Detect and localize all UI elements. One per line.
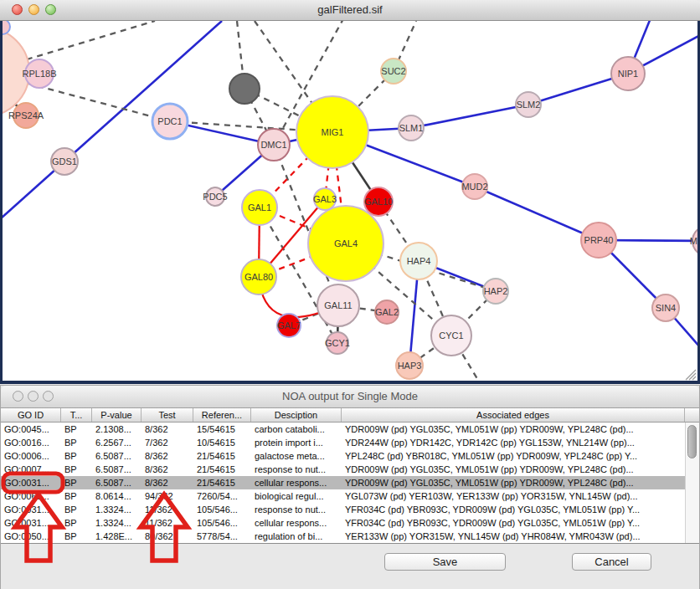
table-cell: 11/362: [142, 503, 193, 516]
table-cell: BP: [61, 503, 92, 516]
table-cell: YPL248C (pd) YBR018C, YML051W (pp) YDR00…: [342, 449, 685, 463]
node-label: SLM2: [517, 100, 541, 110]
table-cell: regulation of bi...: [251, 530, 342, 543]
results-table: GO IDT...P-valueTestReferen...Desciption…: [1, 408, 699, 544]
table-cell: YGL073W (pd) YER103W, YER133W (pp) YOR31…: [342, 489, 685, 503]
table-row[interactable]: GO:0065...BP8.0614...94/3627260/54...bio…: [1, 489, 685, 503]
table-cell: 80/362: [142, 530, 193, 543]
network-canvas[interactable]: RPL18BRPS24AGDS1PDC1MIG1DMC1SLM1SLM2NIP1…: [0, 21, 700, 384]
table-cell: 105/546...: [193, 503, 251, 516]
table-row[interactable]: GO:0031...BP1.3324...11/362105/546...res…: [1, 503, 685, 516]
table-cell: BP: [61, 423, 92, 436]
table-row[interactable]: GO:0031...BP1.3324...11/362105/546...cel…: [1, 516, 685, 530]
node-label: SIN4: [656, 303, 676, 313]
resize-grip[interactable]: [683, 367, 697, 381]
table-cell: 21/54615: [193, 463, 251, 476]
network-window: galFiltered.sif RPL18BRPS24AGDS1PDC1MIG1…: [0, 0, 700, 384]
table-cell: BP: [61, 530, 92, 543]
vertical-scrollbar[interactable]: [685, 423, 699, 543]
table-row[interactable]: GO:0050...BP1.428E...80/3625778/54...reg…: [1, 530, 685, 543]
table-cell: YDR009W (pd) YGL035C, YML051W (pp) YDR00…: [342, 423, 685, 436]
table-cell: 6.5087...: [92, 476, 142, 489]
node-gray1[interactable]: [229, 74, 260, 104]
graph-edge: [475, 187, 599, 240]
noa-window-title: NOA output for Single Mode: [1, 390, 699, 402]
table-cell: GO:0016...: [1, 436, 61, 449]
network-titlebar: galFiltered.sif: [0, 0, 700, 21]
node-label: DMC1: [260, 140, 286, 150]
table-cell: protein import i...: [251, 436, 342, 449]
column-header-associated-edges[interactable]: Associated edges: [342, 408, 685, 422]
column-header-test[interactable]: Test: [142, 408, 193, 422]
node-cornerTL[interactable]: [0, 21, 10, 34]
column-header-referen-[interactable]: Referen...: [193, 408, 251, 422]
table-cell: response to nut...: [251, 503, 342, 516]
graph-edge: [64, 21, 222, 161]
table-cell: 7260/54...: [193, 489, 251, 503]
table-cell: 8/362: [142, 463, 193, 476]
table-cell: response to nut...: [251, 463, 342, 476]
table-cell: 15/54615: [193, 423, 251, 436]
node-label: NIP1: [618, 69, 638, 79]
node-label: GCY1: [325, 338, 350, 348]
table-row[interactable]: GO:0031...BP6.5087...8/36221/54615cellul…: [1, 476, 685, 489]
scrollbar-thumb[interactable]: [687, 425, 697, 458]
table-cell: 11/362: [142, 516, 193, 530]
table-cell: GO:0045...: [1, 423, 61, 436]
save-button[interactable]: Save: [384, 553, 506, 571]
table-cell: 6.2567...: [92, 436, 142, 449]
table-cell: BP: [61, 516, 92, 530]
column-header-t-[interactable]: T...: [61, 408, 92, 422]
table-cell: 2.1308...: [92, 423, 142, 436]
table-cell: 6.5087...: [92, 463, 142, 476]
table-cell: 1.3324...: [92, 516, 142, 530]
table-cell: YFR034C (pd) YBR093C, YDR009W (pd) YGL03…: [342, 503, 685, 516]
node-label: HAP4: [407, 256, 431, 266]
node-label: CYC1: [439, 330, 463, 341]
table-header: GO IDT...P-valueTestReferen...Desciption…: [1, 408, 699, 423]
table-cell: 8/362: [142, 423, 193, 436]
table-body: GO:0045...BP2.1308...8/36215/54615carbon…: [1, 423, 699, 543]
node-label: GAL2: [375, 307, 399, 317]
node-label: GAL10: [364, 197, 393, 207]
table-row[interactable]: GO:0006...BP6.5087...8/36221/54615galact…: [1, 449, 685, 463]
table-cell: 5778/54...: [193, 530, 251, 543]
cancel-button[interactable]: Cancel: [572, 553, 651, 571]
node-label: GAL11: [324, 300, 352, 310]
table-cell: BP: [61, 476, 92, 489]
node-label: GAL3: [313, 194, 337, 204]
table-row[interactable]: GO:0007...BP6.5087...8/36221/54615respon…: [1, 463, 685, 476]
table-cell: 8/362: [142, 476, 193, 489]
table-cell: YER133W (pp) YOR315W, YNL145W (pd) YHR08…: [342, 530, 685, 543]
table-row[interactable]: GO:0045...BP2.1308...8/36215/54615carbon…: [1, 423, 685, 436]
table-cell: 1.428E...: [92, 530, 142, 543]
node-label: GAL1: [248, 202, 271, 213]
table-row[interactable]: GO:0016...BP6.2567...7/36210/54615protei…: [1, 436, 685, 449]
network-window-title: galFiltered.sif: [0, 3, 700, 16]
node-label: RPS24A: [8, 110, 44, 120]
node-label: PDC1: [157, 116, 182, 126]
table-cell: GO:0006...: [1, 449, 61, 463]
network-graph: RPL18BRPS24AGDS1PDC1MIG1DMC1SLM1SLM2NIP1…: [0, 21, 700, 384]
table-cell: GO:0031...: [1, 503, 61, 516]
table-cell: GO:0031...: [1, 516, 61, 530]
table-cell: BP: [61, 449, 92, 463]
table-cell: 1.3324...: [92, 503, 142, 516]
table-cell: 8/362: [142, 449, 193, 463]
column-header-p-value[interactable]: P-value: [92, 408, 142, 422]
table-cell: 7/362: [142, 436, 193, 449]
noa-window: NOA output for Single Mode GO IDT...P-va…: [0, 385, 700, 589]
column-header-go-id[interactable]: GO ID: [1, 408, 61, 422]
table-cell: GO:0050...: [1, 530, 61, 543]
table-cell: GO:0031...: [1, 476, 61, 489]
graph-edge: [411, 105, 528, 128]
table-cell: carbon cataboli...: [251, 423, 342, 436]
table-cell: BP: [61, 463, 92, 476]
node-label: GDS1: [52, 156, 77, 166]
table-cell: YDR009W (pd) YGL035C, YML051W (pp) YDR00…: [342, 476, 685, 489]
node-label: GAL4: [334, 238, 358, 248]
table-cell: cellular respons...: [251, 516, 342, 530]
node-label: PRP40: [584, 235, 614, 245]
table-cell: 6.5087...: [92, 449, 142, 463]
column-header-desciption[interactable]: Desciption: [251, 408, 342, 422]
